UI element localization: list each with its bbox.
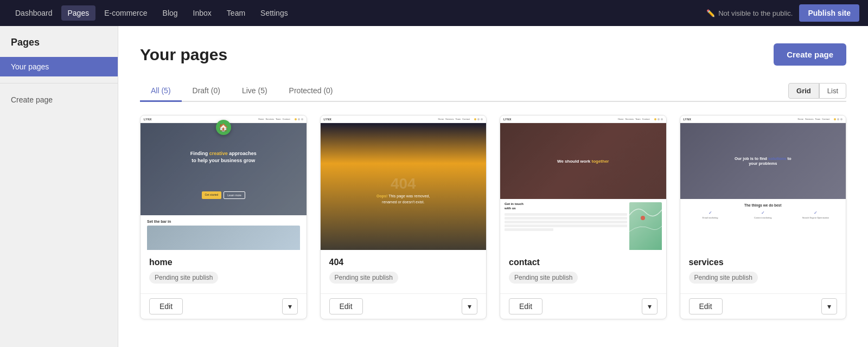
edit-services-button[interactable]: Edit xyxy=(689,298,723,314)
nav-item-blog[interactable]: Blog xyxy=(156,5,184,21)
sidebar-item-create-page[interactable]: Create page xyxy=(0,90,118,110)
page-name-contact: contact xyxy=(509,258,658,267)
page-card-contact: LYNX Home Services Team Contact xyxy=(500,115,667,319)
page-name-home: home xyxy=(149,258,298,267)
page-title: Your pages xyxy=(140,46,227,64)
tabs-bar: All (5) Draft (0) Live (5) Protected (0)… xyxy=(140,81,846,102)
page-status-home: Pending site publish xyxy=(149,272,218,284)
tabs-left: All (5) Draft (0) Live (5) Protected (0) xyxy=(140,81,344,101)
page-status-404: Pending site publish xyxy=(329,272,398,284)
tab-draft[interactable]: Draft (0) xyxy=(182,81,231,102)
list-view-button[interactable]: List xyxy=(819,83,846,99)
edit-404-button[interactable]: Edit xyxy=(329,298,363,314)
topnav: Dashboard Pages E-commerce Blog Inbox Te… xyxy=(0,0,868,26)
grid-view-button[interactable]: Grid xyxy=(788,83,819,99)
page-card-services: LYNX Home Services Team Contact xyxy=(680,115,847,319)
thumb-nav-services: LYNX Home Services Team Contact xyxy=(680,115,846,123)
nav-item-ecommerce[interactable]: E-commerce xyxy=(98,5,154,21)
dropdown-contact-button[interactable]: ▾ xyxy=(642,298,658,314)
tab-protected[interactable]: Protected (0) xyxy=(278,81,344,102)
dropdown-404-button[interactable]: ▾ xyxy=(462,298,477,314)
tab-all[interactable]: All (5) xyxy=(140,81,182,102)
pages-grid: 🏠 LYNX Home Services Team Contact xyxy=(140,115,846,319)
pencil-icon: ✏️ xyxy=(706,9,715,17)
not-visible-notice: ✏️ Not visible to the public. xyxy=(706,9,793,17)
sidebar: Pages Your pages Create page xyxy=(0,26,118,347)
create-page-button[interactable]: Create page xyxy=(774,43,846,66)
thumb-nav-contact: LYNX Home Services Team Contact xyxy=(500,115,666,123)
page-thumbnail-services: LYNX Home Services Team Contact xyxy=(680,115,846,250)
layout: Pages Your pages Create page Your pages … xyxy=(0,26,868,347)
page-name-404: 404 xyxy=(329,258,478,267)
page-actions-404: Edit ▾ xyxy=(321,293,487,319)
page-info-home: home Pending site publish xyxy=(141,250,307,293)
main-header: Your pages Create page xyxy=(140,43,846,66)
page-thumbnail-contact: LYNX Home Services Team Contact xyxy=(500,115,666,250)
page-name-services: services xyxy=(689,258,838,267)
dropdown-services-button[interactable]: ▾ xyxy=(821,298,837,314)
sidebar-divider xyxy=(0,83,118,83)
edit-contact-button[interactable]: Edit xyxy=(509,298,542,314)
page-thumbnail-home: 🏠 LYNX Home Services Team Contact xyxy=(141,115,307,250)
page-card-home: 🏠 LYNX Home Services Team Contact xyxy=(140,115,307,319)
page-info-404: 404 Pending site publish xyxy=(321,250,487,293)
edit-home-button[interactable]: Edit xyxy=(149,298,183,314)
nav-item-settings[interactable]: Settings xyxy=(254,5,295,21)
page-info-services: services Pending site publish xyxy=(680,250,846,293)
home-icon: 🏠 xyxy=(216,120,231,135)
main-content: Your pages Create page All (5) Draft (0)… xyxy=(118,26,868,347)
nav-item-pages[interactable]: Pages xyxy=(61,5,96,21)
page-card-404: LYNX Home Services Team Contact xyxy=(320,115,487,319)
topnav-right: ✏️ Not visible to the public. Publish si… xyxy=(706,4,859,22)
page-thumbnail-404: LYNX Home Services Team Contact xyxy=(321,115,487,250)
sidebar-item-your-pages[interactable]: Your pages xyxy=(0,57,118,76)
nav-item-team[interactable]: Team xyxy=(220,5,252,21)
sidebar-title: Pages xyxy=(0,37,118,57)
publish-site-button[interactable]: Publish site xyxy=(799,4,859,22)
page-status-services: Pending site publish xyxy=(689,272,758,284)
page-actions-services: Edit ▾ xyxy=(680,293,846,319)
view-toggle: Grid List xyxy=(788,83,846,99)
dropdown-home-button[interactable]: ▾ xyxy=(282,298,298,314)
tab-live[interactable]: Live (5) xyxy=(231,81,278,102)
page-status-contact: Pending site publish xyxy=(509,272,578,284)
nav-item-dashboard[interactable]: Dashboard xyxy=(9,5,59,21)
thumb-nav-404: LYNX Home Services Team Contact xyxy=(321,115,487,123)
page-actions-home: Edit ▾ xyxy=(141,293,307,319)
nav-item-inbox[interactable]: Inbox xyxy=(187,5,218,21)
page-actions-contact: Edit ▾ xyxy=(500,293,666,319)
page-info-contact: contact Pending site publish xyxy=(500,250,666,293)
